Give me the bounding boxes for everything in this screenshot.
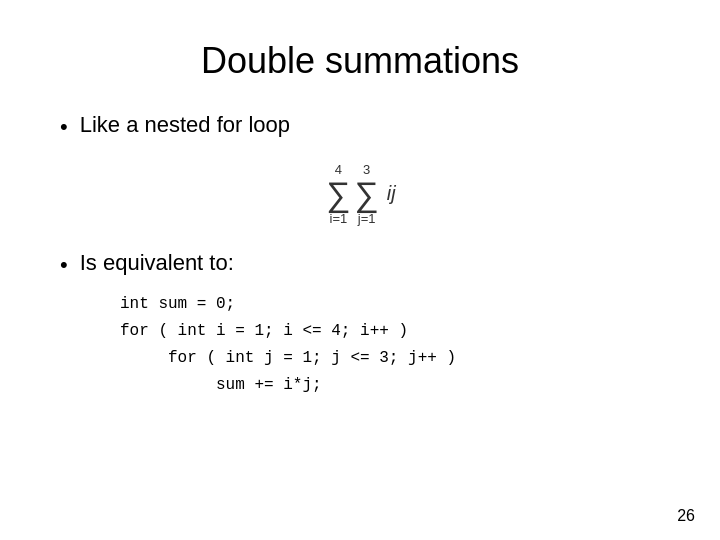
double-summation: 4 ∑ i=1 3 ∑ j=1 ij <box>324 163 395 225</box>
slide: Double summations • Like a nested for lo… <box>0 0 720 540</box>
bullet-1-text: Like a nested for loop <box>80 112 290 138</box>
code-line-4: sum += i*j; <box>120 372 660 399</box>
sum-expression: ij <box>387 182 396 205</box>
page-number: 26 <box>677 507 695 525</box>
bullet-1: • Like a nested for loop <box>60 112 660 143</box>
code-line-1: int sum = 0; <box>120 291 660 318</box>
bullet-2: • Is equivalent to: <box>60 250 660 281</box>
code-line-3: for ( int j = 1; j <= 3; j++ ) <box>120 345 660 372</box>
code-block: int sum = 0; for ( int i = 1; i <= 4; i+… <box>120 291 660 400</box>
bullet-dot-2: • <box>60 250 68 281</box>
bullet-dot-1: • <box>60 112 68 143</box>
code-line-2: for ( int i = 1; i <= 4; i++ ) <box>120 318 660 345</box>
slide-title: Double summations <box>60 40 660 82</box>
sigma1-upper: 4 <box>335 163 342 176</box>
sigma-2: 3 ∑ j=1 <box>355 163 379 225</box>
sigma2-upper: 3 <box>363 163 370 176</box>
sigma-1: 4 ∑ i=1 <box>326 163 350 225</box>
sigma2-lower: j=1 <box>358 212 376 225</box>
sigma1-symbol: ∑ <box>326 177 350 211</box>
bullet-2-text: Is equivalent to: <box>80 250 234 276</box>
sigma2-symbol: ∑ <box>355 177 379 211</box>
sigma1-lower: i=1 <box>330 212 348 225</box>
summation-formula: 4 ∑ i=1 3 ∑ j=1 ij <box>60 163 660 225</box>
